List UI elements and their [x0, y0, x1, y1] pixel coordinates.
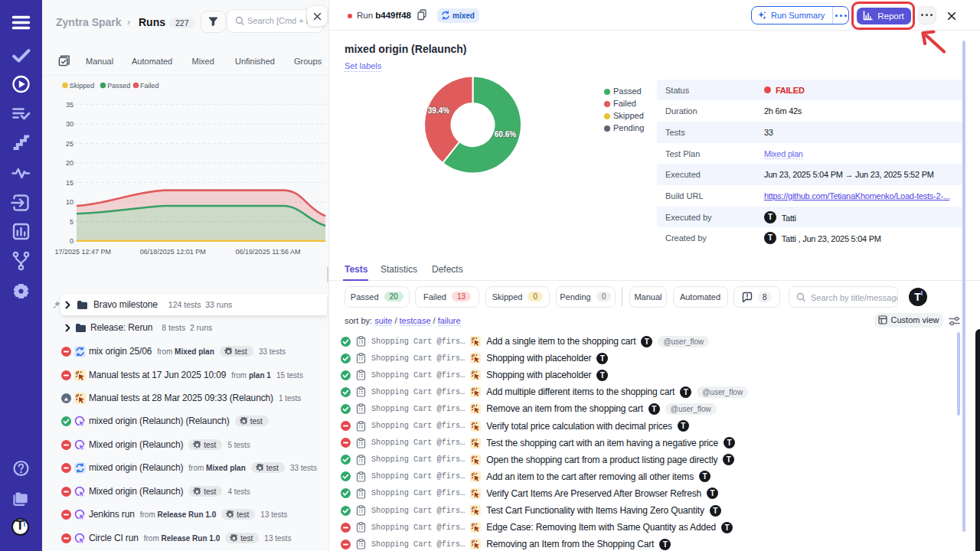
- svg-text:39.4%: 39.4%: [428, 106, 449, 115]
- svg-text:60.6%: 60.6%: [495, 130, 516, 139]
